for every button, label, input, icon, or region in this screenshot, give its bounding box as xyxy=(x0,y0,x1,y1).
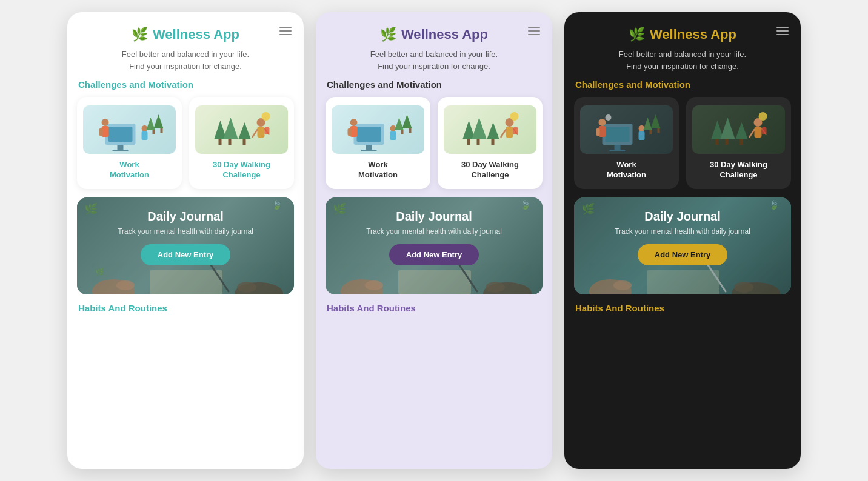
phone-light-theme: 🌿 Wellness App Feel better and balanced … xyxy=(67,12,304,469)
svg-rect-42 xyxy=(401,130,404,134)
svg-rect-3 xyxy=(113,150,129,151)
card-walking-light[interactable]: 30 Day WalkingChallenge xyxy=(189,97,294,189)
svg-marker-71 xyxy=(644,118,652,130)
journal-content-light: Daily Journal Track your mental health w… xyxy=(87,210,284,265)
svg-marker-9 xyxy=(147,118,155,130)
svg-marker-41 xyxy=(402,114,412,128)
svg-point-55 xyxy=(510,112,519,121)
svg-point-91 xyxy=(734,282,753,293)
svg-rect-60 xyxy=(398,270,471,294)
svg-marker-15 xyxy=(239,122,251,139)
journal-subtitle-dark: Track your mental health with daily jour… xyxy=(615,227,750,236)
svg-marker-78 xyxy=(736,122,748,139)
svg-marker-10 xyxy=(154,114,164,128)
svg-rect-23 xyxy=(265,127,270,134)
cards-grid-light: WorkMotivation xyxy=(77,97,294,189)
svg-rect-68 xyxy=(596,128,600,136)
journal-subtitle-light: Track your mental health with daily jour… xyxy=(118,227,253,236)
svg-rect-81 xyxy=(740,139,743,145)
habits-title-light: Habits And Routines xyxy=(77,303,294,313)
svg-rect-33 xyxy=(366,145,372,150)
journal-btn-dark[interactable]: Add New Entry xyxy=(638,244,727,265)
svg-rect-79 xyxy=(716,139,719,145)
journal-banner-light[interactable]: 🌿 🍃 🌿 Daily Journal Track your mental he… xyxy=(77,197,294,294)
logo-leaf-purple: 🌿 xyxy=(380,27,396,42)
habits-title-dark: Habits And Routines xyxy=(574,303,791,313)
journal-title-light: Daily Journal xyxy=(147,210,224,224)
svg-marker-72 xyxy=(651,114,661,128)
work-illustration-dark xyxy=(580,105,673,154)
svg-rect-48 xyxy=(477,139,480,145)
journal-btn-purple[interactable]: Add New Entry xyxy=(389,244,479,265)
journal-title-purple: Daily Journal xyxy=(396,210,472,224)
svg-marker-45 xyxy=(472,118,487,139)
journal-btn-light[interactable]: Add New Entry xyxy=(141,244,230,265)
svg-rect-12 xyxy=(161,128,163,133)
svg-rect-6 xyxy=(99,128,103,136)
phone-content-light: Challenges and Motivation xyxy=(67,79,304,469)
svg-rect-86 xyxy=(762,127,767,134)
app-subtitle-light: Feel better and balanced in your life. F… xyxy=(122,48,249,72)
svg-rect-47 xyxy=(467,139,470,145)
svg-point-24 xyxy=(262,112,270,121)
journal-content-dark: Daily Journal Track your mental health w… xyxy=(584,210,781,265)
svg-marker-77 xyxy=(721,118,735,139)
svg-rect-16 xyxy=(219,139,222,145)
card-work-dark[interactable]: WorkMotivation xyxy=(574,97,679,189)
card-walking-purple[interactable]: 30 Day WalkingChallenge xyxy=(438,97,542,189)
app-title-light: Wellness App xyxy=(153,27,239,42)
svg-marker-14 xyxy=(224,118,238,139)
svg-rect-8 xyxy=(142,131,148,140)
logo-row-purple: 🌿 Wellness App xyxy=(380,27,488,42)
svg-line-84 xyxy=(750,130,755,137)
svg-rect-64 xyxy=(615,145,621,150)
logo-leaf-light: 🌿 xyxy=(132,27,148,42)
svg-point-7 xyxy=(142,125,148,131)
hamburger-menu-dark[interactable] xyxy=(776,27,789,35)
logo-row-light: 🌿 Wellness App xyxy=(132,27,239,42)
challenges-title-purple: Challenges and Motivation xyxy=(326,79,542,90)
svg-point-75 xyxy=(606,114,612,121)
svg-rect-54 xyxy=(513,127,518,134)
habits-title-purple: Habits And Routines xyxy=(326,303,542,313)
journal-title-dark: Daily Journal xyxy=(644,210,721,224)
app-subtitle-dark: Feel better and balanced in your life. F… xyxy=(619,48,746,72)
svg-rect-20 xyxy=(258,127,265,138)
card-work-title-dark: WorkMotivation xyxy=(607,160,646,181)
app-header-light: 🌿 Wellness App Feel better and balanced … xyxy=(67,12,304,79)
journal-banner-dark[interactable]: 🌿 🍃 Daily Journal Track your mental heal… xyxy=(574,197,791,294)
svg-rect-37 xyxy=(348,128,352,136)
svg-point-28 xyxy=(237,282,256,293)
card-walking-dark[interactable]: 30 Day WalkingChallenge xyxy=(686,97,791,189)
svg-rect-17 xyxy=(229,139,232,145)
svg-rect-63 xyxy=(606,127,630,142)
app-header-dark: 🌿 Wellness App Feel better and balanced … xyxy=(564,12,801,79)
svg-rect-39 xyxy=(390,131,396,140)
hamburger-menu-light[interactable] xyxy=(279,27,292,35)
svg-rect-70 xyxy=(639,131,645,140)
card-work-purple[interactable]: WorkMotivation xyxy=(326,97,430,189)
journal-banner-purple[interactable]: 🌿 🍃 Daily Journal Track your mental heal… xyxy=(326,197,542,294)
svg-rect-34 xyxy=(361,150,377,151)
svg-rect-83 xyxy=(755,127,762,138)
cards-grid-purple: WorkMotivation xyxy=(326,97,542,189)
svg-rect-43 xyxy=(409,128,412,133)
hamburger-menu-purple[interactable] xyxy=(528,27,540,35)
app-header-purple: 🌿 Wellness App Feel better and balanced … xyxy=(316,12,552,79)
work-illustration-light xyxy=(83,105,176,154)
svg-rect-32 xyxy=(357,127,381,142)
phone-content-purple: Challenges and Motivation xyxy=(316,79,552,469)
svg-rect-1 xyxy=(109,127,133,142)
walking-illustration-light xyxy=(195,105,288,154)
card-work-light[interactable]: WorkMotivation xyxy=(77,97,182,189)
svg-point-38 xyxy=(390,125,396,131)
svg-line-21 xyxy=(253,130,258,137)
phone-purple-theme: 🌿 Wellness App Feel better and balanced … xyxy=(316,12,552,469)
svg-point-69 xyxy=(639,125,645,131)
logo-row-dark: 🌿 Wellness App xyxy=(629,27,736,42)
svg-rect-80 xyxy=(726,139,729,145)
challenges-title-light: Challenges and Motivation xyxy=(77,79,294,90)
challenges-title-dark: Challenges and Motivation xyxy=(574,79,791,90)
svg-marker-46 xyxy=(487,122,499,139)
svg-point-35 xyxy=(350,119,358,126)
